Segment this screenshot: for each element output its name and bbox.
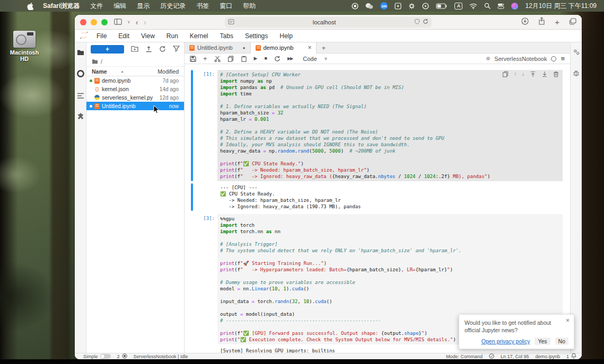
share-icon[interactable] (538, 17, 545, 27)
apple-menu-icon[interactable] (27, 2, 33, 10)
upload-icon[interactable] (145, 46, 152, 54)
file-row[interactable]: Untitled.ipynbnow (86, 102, 184, 110)
file-row[interactable]: serverless_kernel.py12d ago (86, 93, 184, 102)
new-launcher-button[interactable]: + (91, 45, 124, 54)
forward-button[interactable]: › (144, 17, 146, 26)
messages-icon[interactable] (365, 3, 373, 10)
sidebar-chevron-icon[interactable]: ∨ (127, 20, 130, 24)
kernel-status-icon[interactable] (551, 56, 556, 61)
delete-cell-icon[interactable] (553, 71, 559, 77)
filter-icon[interactable] (173, 46, 180, 53)
running-sessions-icon[interactable] (76, 69, 85, 80)
search-icon[interactable] (484, 3, 491, 9)
kernel-name[interactable]: ServerlessNotebook (494, 56, 547, 62)
macintosh-hd-shortcut[interactable]: Macintosh HD (8, 31, 40, 62)
add-tab-button[interactable]: + (317, 42, 330, 53)
address-bar[interactable]: localhost (225, 17, 432, 28)
sidebar-toggle-icon[interactable] (114, 17, 122, 27)
input-source-icon[interactable]: A (454, 3, 462, 10)
downloads-icon[interactable] (521, 17, 529, 27)
close-window-button[interactable] (80, 19, 86, 25)
breadcrumb-root[interactable]: / (101, 58, 102, 65)
tab-overview-icon[interactable] (569, 17, 576, 27)
menubar-clock[interactable]: 12月10日 周三 下午11:09 (525, 2, 597, 11)
jupyter-menu-item[interactable]: Edit (112, 32, 135, 40)
menubar-item[interactable]: 编辑 (108, 2, 132, 10)
debugger-icon[interactable] (573, 69, 580, 79)
extensions-icon[interactable] (77, 113, 84, 122)
wifi-icon[interactable] (469, 3, 477, 9)
restart-run-all-icon[interactable]: ▶▶ (287, 57, 293, 61)
new-folder-icon[interactable] (131, 46, 138, 53)
screen-recording-icon[interactable] (352, 3, 358, 10)
cell-type-dropdown[interactable]: Code ∨ (303, 56, 327, 62)
new-tab-button[interactable]: + (555, 17, 559, 26)
playback-icon[interactable] (422, 3, 429, 10)
maximize-window-button[interactable] (101, 19, 108, 25)
file-browser-tab-icon[interactable] (77, 48, 84, 58)
paste-cells-icon[interactable] (241, 56, 247, 62)
jupyter-menu-item[interactable]: File (91, 32, 112, 40)
control-center-icon[interactable] (497, 3, 504, 9)
interrupt-kernel-icon[interactable]: ■ (265, 56, 267, 61)
back-button[interactable]: ‹ (136, 17, 138, 26)
siri-icon[interactable] (511, 3, 518, 10)
page-settings-icon[interactable] (228, 19, 234, 26)
jupyter-menu-item[interactable]: Run (161, 32, 184, 40)
menubar-item[interactable]: 帮助 (238, 2, 261, 10)
restart-kernel-icon[interactable] (274, 56, 281, 62)
insert-cell-above-icon[interactable] (530, 71, 536, 77)
menubar-item[interactable]: 书签 (191, 2, 214, 10)
app-grid-icon[interactable] (395, 3, 401, 10)
tab-close-icon[interactable]: × (308, 44, 311, 51)
name-column-header[interactable]: Name (92, 68, 107, 75)
menubar-item[interactable]: 窗口 (214, 2, 238, 10)
save-icon[interactable] (190, 56, 196, 62)
notification-no-button[interactable]: No (555, 338, 568, 345)
battery-icon[interactable] (436, 3, 448, 9)
minimize-window-button[interactable] (91, 19, 97, 25)
file-row[interactable]: {}kernel.json14d ago (86, 85, 184, 93)
notebook-tab[interactable]: demo.ipynb× (251, 42, 317, 54)
run-cell-icon[interactable]: ▶ (254, 56, 258, 61)
insert-cell-icon[interactable]: + (203, 55, 207, 62)
url-text[interactable]: localhost (234, 19, 414, 25)
notification-count[interactable]: 1 (566, 354, 569, 359)
notification-close-icon[interactable]: × (566, 317, 570, 324)
menubar-item[interactable]: 显示 (132, 2, 155, 10)
breadcrumb[interactable]: / (86, 56, 184, 67)
notification-yes-button[interactable]: Yes (535, 338, 550, 345)
cut-cells-icon[interactable] (214, 56, 221, 62)
simple-mode-toggle[interactable] (100, 354, 111, 359)
cell-editor[interactable]: # [Context Setup] CPU Workerimport numpy… (217, 70, 563, 181)
privacy-shield-icon[interactable] (414, 19, 420, 25)
modified-column-header[interactable]: Modified (157, 68, 179, 75)
property-inspector-icon[interactable] (573, 48, 580, 58)
file-row[interactable]: demo.ipynb7d ago (86, 76, 184, 85)
menubar-item[interactable]: 历史记录 (155, 2, 191, 10)
sort-ascending-icon[interactable]: ▲ (121, 70, 124, 73)
menubar-item[interactable]: 文件 (85, 2, 108, 10)
jupyter-menu-item[interactable]: Settings (239, 32, 274, 40)
mode-indicator[interactable]: Mode: Command (446, 354, 483, 359)
duplicate-cell-icon[interactable] (502, 71, 509, 77)
kernel-status-text[interactable]: ServerlessNotebook | Idle (134, 354, 188, 359)
toolbar-menu-icon[interactable]: ≡ (561, 55, 565, 63)
refresh-icon[interactable] (159, 46, 166, 54)
unsaved-changes-dot[interactable]: ● (243, 46, 246, 50)
zoom-app-icon[interactable]: zm (380, 2, 388, 10)
menubar-item[interactable]: Safari浏览器 (38, 2, 85, 10)
sessions-icon[interactable] (122, 353, 127, 360)
bell-icon[interactable] (571, 353, 576, 359)
cursor-position[interactable]: Ln 17, Col 95 (501, 354, 529, 359)
jupyter-menu-item[interactable]: Tabs (214, 32, 239, 40)
copy-cells-icon[interactable] (227, 56, 234, 62)
table-of-contents-icon[interactable] (77, 92, 84, 101)
move-cell-down-icon[interactable]: ↓ (522, 71, 524, 77)
active-file-name[interactable]: demo.ipynb (535, 354, 560, 359)
code-cell[interactable]: [1]:# [Context Setup] CPU Workerimport n… (185, 70, 570, 211)
jupyter-menu-item[interactable]: View (135, 32, 161, 40)
move-cell-up-icon[interactable]: ↑ (514, 71, 517, 77)
privacy-policy-link[interactable]: Open privacy policy (482, 338, 530, 344)
home-folder-icon[interactable] (92, 59, 98, 64)
